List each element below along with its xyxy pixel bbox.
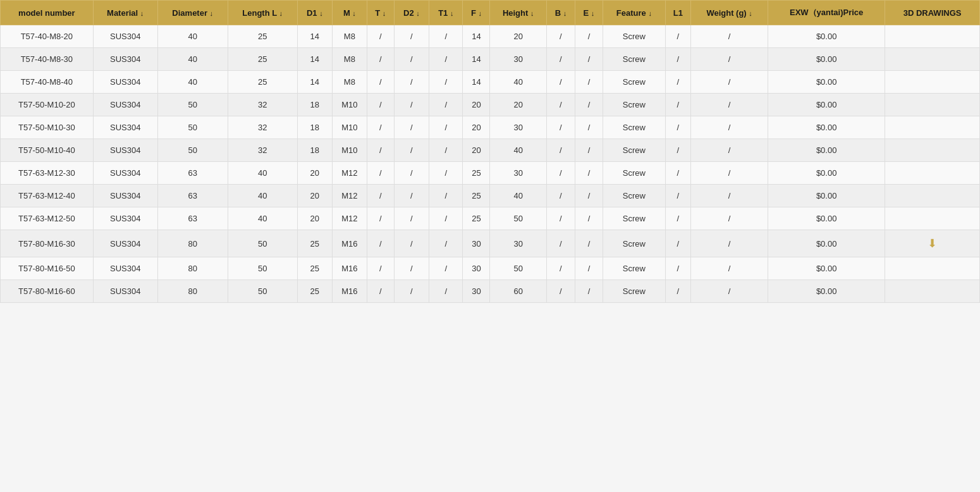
col-header-d1[interactable]: D1 ↓ — [297, 1, 332, 25]
cell-f: 14 — [463, 48, 490, 71]
cell-drawings — [885, 48, 980, 71]
cell-f: 25 — [463, 207, 490, 230]
table-row: T57-80-M16-30SUS304805025M16///3030//Scr… — [1, 230, 980, 257]
cell-height: 30 — [490, 230, 546, 257]
cell-feature: Screw — [603, 94, 665, 116]
cell-t1: / — [429, 162, 463, 185]
cell-d1: 14 — [297, 48, 332, 71]
cell-d1: 14 — [297, 71, 332, 94]
cell-material: SUS304 — [93, 25, 157, 48]
sort-arrow-f: ↓ — [478, 9, 482, 17]
cell-model_number: T57-63-M12-30 — [1, 162, 94, 185]
cell-b: / — [546, 139, 575, 162]
cell-t1: / — [429, 257, 463, 280]
cell-weight: / — [691, 230, 768, 257]
col-header-weight[interactable]: Weight (g) ↓ — [691, 1, 768, 25]
cell-price: $0.00 — [768, 48, 885, 71]
cell-d2: / — [394, 280, 429, 303]
col-header-diameter[interactable]: Diameter ↓ — [157, 1, 228, 25]
cell-d1: 18 — [297, 139, 332, 162]
col-header-e[interactable]: E ↓ — [575, 1, 603, 25]
cell-length_l: 40 — [228, 162, 297, 185]
cell-diameter: 80 — [157, 230, 228, 257]
cell-price: $0.00 — [768, 257, 885, 280]
cell-l1: / — [665, 257, 690, 280]
sort-arrow-weight: ↓ — [749, 9, 752, 17]
col-header-height[interactable]: Height ↓ — [490, 1, 546, 25]
cell-material: SUS304 — [93, 257, 157, 280]
cell-t1: / — [429, 25, 463, 48]
cell-feature: Screw — [603, 162, 665, 185]
cell-m: M10 — [332, 94, 367, 116]
cell-d1: 25 — [297, 230, 332, 257]
table-row: T57-50-M10-20SUS304503218M10///2020//Scr… — [1, 94, 980, 116]
cell-model_number: T57-80-M16-50 — [1, 257, 94, 280]
cell-drawings — [885, 116, 980, 139]
cell-b: / — [546, 162, 575, 185]
sort-arrow-d1: ↓ — [319, 9, 323, 17]
cell-t: / — [367, 280, 394, 303]
col-header-t[interactable]: T ↓ — [367, 1, 394, 25]
cell-d2: / — [394, 116, 429, 139]
cell-feature: Screw — [603, 207, 665, 230]
cell-material: SUS304 — [93, 116, 157, 139]
cell-weight: / — [691, 257, 768, 280]
cell-weight: / — [691, 207, 768, 230]
cell-d2: / — [394, 94, 429, 116]
cell-weight: / — [691, 185, 768, 207]
cell-b: / — [546, 48, 575, 71]
cell-t1: / — [429, 71, 463, 94]
cell-material: SUS304 — [93, 48, 157, 71]
cell-material: SUS304 — [93, 162, 157, 185]
cell-drawings — [885, 162, 980, 185]
col-header-price: EXW（yantai)Price — [768, 1, 885, 25]
cell-diameter: 40 — [157, 25, 228, 48]
sort-arrow-t: ↓ — [383, 9, 386, 17]
cell-m: M16 — [332, 230, 367, 257]
sort-arrow-m: ↓ — [352, 9, 356, 17]
cell-d1: 25 — [297, 257, 332, 280]
sort-arrow-material: ↓ — [140, 9, 144, 17]
cell-f: 30 — [463, 257, 490, 280]
cell-d1: 20 — [297, 185, 332, 207]
cell-price: $0.00 — [768, 185, 885, 207]
cell-l1: / — [665, 280, 690, 303]
cell-drawings[interactable]: ⬇ — [885, 230, 980, 257]
col-header-f[interactable]: F ↓ — [463, 1, 490, 25]
cell-length_l: 25 — [228, 48, 297, 71]
cell-d1: 25 — [297, 280, 332, 303]
col-header-length_l[interactable]: Length L ↓ — [228, 1, 297, 25]
cell-drawings — [885, 280, 980, 303]
cell-e: / — [575, 25, 603, 48]
cell-weight: / — [691, 25, 768, 48]
col-header-feature[interactable]: Feature ↓ — [603, 1, 665, 25]
cell-t1: / — [429, 139, 463, 162]
cell-e: / — [575, 139, 603, 162]
cell-feature: Screw — [603, 48, 665, 71]
col-header-material[interactable]: Material ↓ — [93, 1, 157, 25]
sort-arrow-e: ↓ — [591, 9, 595, 17]
cell-d2: / — [394, 162, 429, 185]
cell-material: SUS304 — [93, 230, 157, 257]
cell-drawings — [885, 139, 980, 162]
cell-length_l: 50 — [228, 280, 297, 303]
cell-price: $0.00 — [768, 71, 885, 94]
col-header-d2[interactable]: D2 ↓ — [394, 1, 429, 25]
cell-material: SUS304 — [93, 94, 157, 116]
cell-e: / — [575, 185, 603, 207]
cell-model_number: T57-50-M10-30 — [1, 116, 94, 139]
table-row: T57-80-M16-60SUS304805025M16///3060//Scr… — [1, 280, 980, 303]
cell-t1: / — [429, 280, 463, 303]
col-header-b[interactable]: B ↓ — [546, 1, 575, 25]
col-header-drawings: 3D DRAWINGS — [885, 1, 980, 25]
cell-t: / — [367, 48, 394, 71]
cell-f: 20 — [463, 139, 490, 162]
col-header-t1[interactable]: T1 ↓ — [429, 1, 463, 25]
cell-t: / — [367, 139, 394, 162]
cell-model_number: T57-50-M10-40 — [1, 139, 94, 162]
col-header-m[interactable]: M ↓ — [332, 1, 367, 25]
cell-weight: / — [691, 94, 768, 116]
cell-t1: / — [429, 116, 463, 139]
download-icon[interactable]: ⬇ — [928, 237, 937, 250]
cell-m: M16 — [332, 280, 367, 303]
